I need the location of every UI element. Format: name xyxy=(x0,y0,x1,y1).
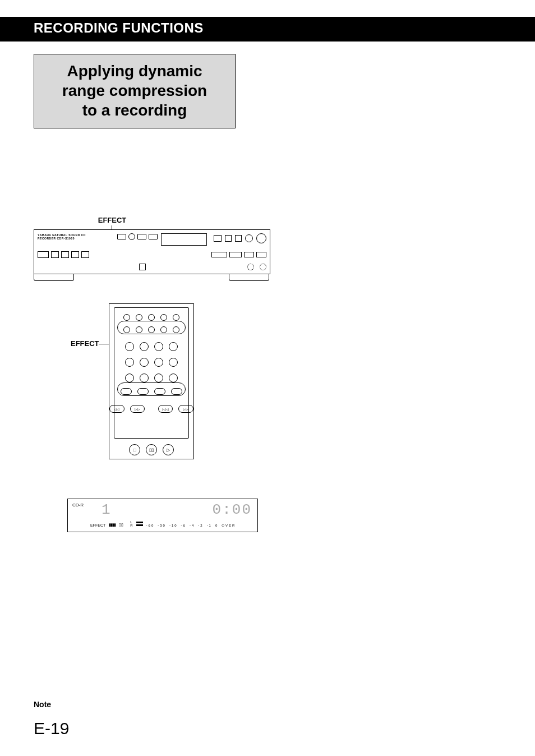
remote-control: ◁◁ ▷▷ |◁◁ ▷▷| □ ▯▯ ▷ xyxy=(109,303,194,459)
lcd-display: CD-R 1 0:00 EFFECT ▮▮▮▮ ▯▯ L R -60 -30 -… xyxy=(67,499,258,532)
level-tick-1: -1 xyxy=(207,524,212,527)
unit-foot-left xyxy=(34,274,74,281)
remote-effect-row-btn4 xyxy=(160,326,167,333)
remote-effect-row-btn1 xyxy=(123,326,130,333)
panel-button-3 xyxy=(137,234,146,239)
topic-title-line-3: to a recording xyxy=(82,102,187,119)
panel-effect-button xyxy=(149,234,158,239)
topic-title-line-2: range compression xyxy=(62,82,207,99)
level-tick-over: OVER xyxy=(222,524,236,527)
mid-button-right-3 xyxy=(244,252,254,257)
headphones-jack-icon xyxy=(247,264,254,270)
remote-effect-row-btn5 xyxy=(173,326,179,333)
rec-indicator: ▯▯ xyxy=(119,523,123,527)
bottom-port-icon xyxy=(139,264,146,270)
cd-recorder-front-panel: YAMAHA NATURAL SOUND CD RECORDER CDR-S10… xyxy=(34,229,270,274)
remote-effect-row-btn2 xyxy=(136,326,142,333)
remote-play-button: ▷ xyxy=(163,444,174,455)
remote-illustration: EFFECT xyxy=(34,303,269,459)
panel-play-button xyxy=(235,235,242,242)
remote-effect-callout-label: EFFECT xyxy=(71,339,99,348)
topic-title-block: Applying dynamic range compression to a … xyxy=(34,54,236,128)
mid-button-2 xyxy=(51,251,59,258)
remote-pill-1 xyxy=(121,388,132,395)
level-tick-6: -6 xyxy=(181,524,186,527)
remote-pause-button: ▯▯ xyxy=(146,444,157,455)
panel-stop-button xyxy=(225,235,232,242)
level-jack-icon xyxy=(260,264,266,270)
remote-effect-row-btn3 xyxy=(148,326,155,333)
topic-title-line-1: Applying dynamic xyxy=(67,62,202,80)
front-panel-illustration: EFFECT YAMAHA NATURAL SOUND CD RECORDER … xyxy=(34,229,269,281)
remote-pill-4 xyxy=(171,388,182,395)
mid-button-right-1 xyxy=(211,252,227,257)
level-tick-0: 0 xyxy=(215,524,218,527)
mid-button-4 xyxy=(71,251,79,258)
page-number: E-19 xyxy=(34,719,69,738)
unit-foot-right xyxy=(229,274,269,281)
effect-indicator: EFFECT xyxy=(90,523,105,527)
level-bars-icon xyxy=(136,522,143,527)
channel-right-label: R xyxy=(130,524,132,527)
level-tick-4: -4 xyxy=(190,524,195,527)
panel-button-1 xyxy=(117,234,126,239)
mid-button-3 xyxy=(61,251,69,258)
section-header-band: RECORDING FUNCTIONS xyxy=(0,17,535,42)
level-tick-10: -10 xyxy=(169,524,178,527)
disc-type-indicator: CD-R xyxy=(72,503,84,508)
mid-button-1 xyxy=(38,251,49,258)
pause-indicator: ▮▮▮▮ xyxy=(109,523,116,527)
remote-stop-button: □ xyxy=(129,444,140,455)
mid-button-right-4 xyxy=(256,252,266,257)
panel-level-knob xyxy=(256,233,266,243)
level-tick-30: -30 xyxy=(158,524,166,527)
topic-title: Applying dynamic range compression to a … xyxy=(40,61,229,120)
effect-callout-label: EFFECT xyxy=(95,216,129,224)
panel-button-2 xyxy=(128,233,135,240)
section-title: RECORDING FUNCTIONS xyxy=(34,20,501,36)
remote-pill-3 xyxy=(154,388,165,395)
panel-open-close-button xyxy=(214,235,222,242)
remote-pill-2 xyxy=(137,388,149,395)
level-tick-2: -2 xyxy=(198,524,203,527)
level-tick-60: -60 xyxy=(146,524,155,527)
display-readout-illustration: CD-R 1 0:00 EFFECT ▮▮▮▮ ▯▯ L R -60 -30 -… xyxy=(67,499,258,532)
disc-tray-slot xyxy=(161,233,207,246)
time-display: 0:00 xyxy=(213,501,252,518)
mid-button-5 xyxy=(81,251,89,258)
track-number-display: 1 xyxy=(102,501,112,518)
mid-button-right-2 xyxy=(229,252,242,257)
note-label: Note xyxy=(34,700,51,709)
brand-label: YAMAHA NATURAL SOUND CD RECORDER CDR-S10… xyxy=(38,233,97,240)
panel-power-button xyxy=(245,234,253,242)
